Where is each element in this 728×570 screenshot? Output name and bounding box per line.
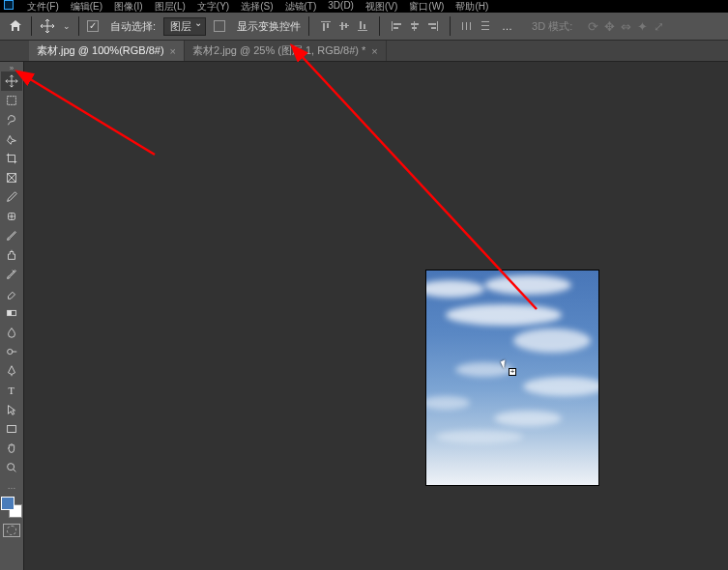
gradient-tool[interactable] (1, 303, 22, 323)
align-hcenter-icon[interactable] (406, 17, 423, 35)
svg-rect-5 (345, 23, 347, 28)
zoom-tool[interactable] (1, 458, 22, 477)
clone-tool[interactable] (1, 245, 22, 265)
menu-layer[interactable]: 图层(L) (155, 0, 186, 14)
align-right-icon[interactable] (424, 17, 442, 35)
menu-type[interactable]: 文字(Y) (197, 0, 229, 14)
divider (31, 16, 32, 36)
svg-rect-8 (364, 24, 365, 29)
svg-rect-17 (431, 27, 436, 29)
align-top-icon[interactable] (317, 17, 335, 35)
mode3d-label: 3D 模式: (532, 19, 572, 34)
crop-tool[interactable] (1, 149, 22, 168)
options-bar: ⌄ 自动选择: 图层 显示变换控件 … 3D 模式: ⟳ ✥ ⇔ ✦ ⤢ (0, 13, 728, 41)
svg-point-33 (8, 349, 13, 354)
move-cursor: + (502, 359, 511, 367)
history-brush-tool[interactable] (1, 265, 22, 284)
tab-label: 素材2.jpg @ 25% (图层 1, RGB/8#) * (192, 43, 365, 58)
collapse-handle-icon[interactable]: » (0, 64, 23, 71)
svg-rect-14 (412, 27, 417, 29)
svg-rect-15 (437, 21, 438, 31)
menu-window[interactable]: 窗口(W) (409, 0, 444, 14)
svg-rect-2 (327, 23, 329, 28)
auto-select-checkbox[interactable] (87, 20, 99, 32)
svg-rect-22 (481, 25, 489, 26)
tab-document-2[interactable]: 素材2.jpg @ 25% (图层 1, RGB/8#) * × (185, 41, 387, 61)
more-tools-icon[interactable]: … (8, 481, 16, 491)
menu-help[interactable]: 帮助(H) (455, 0, 488, 14)
divider (78, 16, 79, 36)
foreground-swatch[interactable] (1, 497, 15, 510)
eyedropper-tool[interactable] (1, 187, 22, 207)
app-icon (4, 0, 14, 10)
divider (379, 16, 380, 36)
svg-rect-7 (360, 21, 362, 29)
quick-select-tool[interactable] (1, 129, 22, 149)
scale-icon[interactable]: ⤢ (654, 19, 664, 34)
svg-rect-23 (481, 29, 489, 30)
menu-select[interactable]: 选择(S) (241, 0, 273, 14)
svg-rect-4 (341, 22, 343, 30)
move-tool[interactable] (1, 71, 22, 91)
show-transform-checkbox[interactable] (214, 20, 225, 32)
svg-rect-0 (321, 21, 331, 22)
svg-point-37 (8, 464, 15, 470)
hand-tool[interactable] (1, 439, 22, 458)
distribute-h-icon[interactable] (458, 17, 476, 35)
svg-rect-13 (411, 23, 419, 25)
pen-tool[interactable] (1, 361, 22, 381)
more-options-icon[interactable]: … (502, 20, 514, 32)
healing-tool[interactable] (1, 207, 22, 226)
slide-icon[interactable]: ✦ (637, 19, 648, 34)
lasso-tool[interactable] (1, 110, 22, 129)
menu-view[interactable]: 视图(V) (365, 0, 397, 14)
document-tabs: 素材.jpg @ 100%(RGB/8#) × 素材2.jpg @ 25% (图… (0, 41, 728, 62)
menu-file[interactable]: 文件(F) (27, 0, 59, 14)
tab-document-1[interactable]: 素材.jpg @ 100%(RGB/8#) × (29, 41, 185, 61)
marquee-tool[interactable] (1, 91, 22, 110)
menu-edit[interactable]: 编辑(E) (71, 0, 102, 14)
brush-tool[interactable] (1, 226, 22, 245)
svg-rect-12 (414, 21, 415, 31)
distribute-v-icon[interactable] (477, 17, 494, 35)
orbit-icon[interactable]: ⟳ (588, 19, 598, 34)
svg-rect-32 (8, 310, 12, 315)
menu-image[interactable]: 图像(I) (114, 0, 142, 14)
mode3d-icons: ⟳ ✥ ⇔ ✦ ⤢ (588, 19, 664, 34)
move-tool-indicator-icon[interactable] (40, 18, 55, 34)
canvas-area[interactable]: + (24, 62, 728, 570)
color-swatches[interactable] (1, 497, 22, 518)
menu-filter[interactable]: 滤镜(T) (285, 0, 317, 14)
document-canvas[interactable] (426, 271, 598, 485)
frame-tool[interactable] (1, 168, 22, 187)
rectangle-tool[interactable] (1, 419, 22, 439)
svg-rect-6 (358, 30, 367, 31)
menu-3d[interactable]: 3D(D) (328, 0, 354, 11)
align-vcenter-icon[interactable] (335, 17, 353, 35)
divider (308, 16, 309, 36)
auto-select-label: 自动选择: (110, 19, 156, 34)
auto-select-dropdown[interactable]: 图层 (163, 17, 206, 36)
eraser-tool[interactable] (1, 284, 22, 303)
tab-label: 素材.jpg @ 100%(RGB/8#) (37, 43, 164, 58)
svg-rect-19 (466, 22, 467, 30)
type-tool[interactable]: T (1, 381, 22, 400)
home-icon[interactable] (8, 18, 23, 34)
align-group (317, 17, 371, 35)
show-transform-label: 显示变换控件 (237, 19, 301, 34)
svg-rect-11 (393, 27, 398, 29)
align-left-icon[interactable] (388, 17, 405, 35)
close-icon[interactable]: × (371, 45, 377, 57)
svg-rect-21 (481, 21, 489, 22)
dodge-tool[interactable] (1, 342, 22, 361)
svg-rect-3 (339, 25, 349, 26)
svg-rect-16 (428, 23, 436, 25)
close-icon[interactable]: × (170, 45, 176, 57)
chevron-down-icon[interactable]: ⌄ (63, 21, 71, 31)
quickmask-toggle[interactable] (3, 524, 20, 537)
blur-tool[interactable] (1, 323, 22, 342)
path-select-tool[interactable] (1, 400, 22, 419)
align-bottom-icon[interactable] (354, 17, 371, 35)
pan-icon[interactable]: ✥ (604, 19, 615, 34)
dolly-icon[interactable]: ⇔ (621, 19, 631, 34)
